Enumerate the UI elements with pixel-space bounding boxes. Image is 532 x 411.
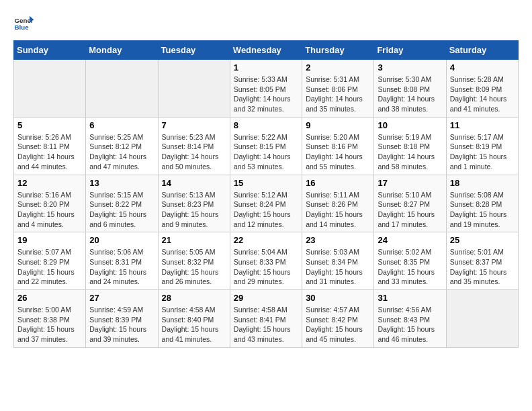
day-info: Sunrise: 5:28 AM Sunset: 8:09 PM Dayligh… bbox=[450, 75, 515, 114]
day-number: 15 bbox=[234, 178, 298, 188]
day-info: Sunrise: 5:25 AM Sunset: 8:12 PM Dayligh… bbox=[89, 132, 154, 172]
day-number: 19 bbox=[17, 235, 82, 245]
day-info: Sunrise: 5:01 AM Sunset: 8:37 PM Dayligh… bbox=[450, 247, 515, 287]
calendar-cell: 28Sunrise: 4:58 AM Sunset: 8:40 PM Dayli… bbox=[158, 290, 230, 348]
day-number: 28 bbox=[162, 293, 226, 303]
day-info: Sunrise: 5:11 AM Sunset: 8:26 PM Dayligh… bbox=[306, 190, 370, 230]
day-number: 13 bbox=[89, 178, 154, 188]
col-header-monday: Monday bbox=[86, 41, 158, 60]
day-number: 8 bbox=[234, 120, 298, 130]
day-info: Sunrise: 5:23 AM Sunset: 8:14 PM Dayligh… bbox=[162, 132, 226, 172]
day-info: Sunrise: 5:15 AM Sunset: 8:22 PM Dayligh… bbox=[89, 190, 154, 230]
day-number: 27 bbox=[89, 293, 154, 303]
day-info: Sunrise: 5:08 AM Sunset: 8:28 PM Dayligh… bbox=[450, 190, 515, 230]
week-row-3: 12Sunrise: 5:16 AM Sunset: 8:20 PM Dayli… bbox=[14, 175, 519, 232]
day-number: 5 bbox=[17, 120, 82, 130]
day-number: 23 bbox=[306, 235, 370, 245]
calendar-cell: 25Sunrise: 5:01 AM Sunset: 8:37 PM Dayli… bbox=[446, 232, 518, 290]
calendar-cell: 12Sunrise: 5:16 AM Sunset: 8:20 PM Dayli… bbox=[14, 175, 86, 232]
week-row-5: 26Sunrise: 5:00 AM Sunset: 8:38 PM Dayli… bbox=[14, 290, 519, 348]
calendar-cell bbox=[158, 60, 230, 118]
calendar-cell: 3Sunrise: 5:30 AM Sunset: 8:08 PM Daylig… bbox=[374, 60, 446, 118]
calendar-cell: 31Sunrise: 4:56 AM Sunset: 8:43 PM Dayli… bbox=[374, 290, 446, 348]
day-number: 2 bbox=[306, 62, 370, 73]
col-header-thursday: Thursday bbox=[302, 41, 374, 60]
day-number: 10 bbox=[378, 120, 442, 130]
day-info: Sunrise: 5:20 AM Sunset: 8:16 PM Dayligh… bbox=[306, 132, 370, 172]
day-info: Sunrise: 5:13 AM Sunset: 8:23 PM Dayligh… bbox=[162, 190, 226, 230]
day-number: 25 bbox=[450, 235, 515, 245]
calendar-cell: 26Sunrise: 5:00 AM Sunset: 8:38 PM Dayli… bbox=[14, 290, 86, 348]
day-info: Sunrise: 5:06 AM Sunset: 8:31 PM Dayligh… bbox=[89, 247, 154, 287]
calendar-cell: 5Sunrise: 5:26 AM Sunset: 8:11 PM Daylig… bbox=[14, 117, 86, 175]
calendar-cell: 7Sunrise: 5:23 AM Sunset: 8:14 PM Daylig… bbox=[158, 117, 230, 175]
day-info: Sunrise: 5:19 AM Sunset: 8:18 PM Dayligh… bbox=[378, 132, 442, 172]
day-info: Sunrise: 4:59 AM Sunset: 8:39 PM Dayligh… bbox=[89, 305, 154, 345]
header: General Blue bbox=[13, 13, 519, 34]
day-info: Sunrise: 4:58 AM Sunset: 8:41 PM Dayligh… bbox=[234, 305, 298, 345]
day-info: Sunrise: 5:00 AM Sunset: 8:38 PM Dayligh… bbox=[17, 305, 82, 345]
day-number: 16 bbox=[306, 178, 370, 188]
day-number: 4 bbox=[450, 62, 515, 73]
calendar-cell: 14Sunrise: 5:13 AM Sunset: 8:23 PM Dayli… bbox=[158, 175, 230, 232]
calendar-cell: 9Sunrise: 5:20 AM Sunset: 8:16 PM Daylig… bbox=[302, 117, 374, 175]
calendar-cell: 8Sunrise: 5:22 AM Sunset: 8:15 PM Daylig… bbox=[230, 117, 302, 175]
day-info: Sunrise: 5:17 AM Sunset: 8:19 PM Dayligh… bbox=[450, 132, 515, 172]
day-info: Sunrise: 5:12 AM Sunset: 8:24 PM Dayligh… bbox=[234, 190, 298, 230]
col-header-tuesday: Tuesday bbox=[158, 41, 230, 60]
day-number: 12 bbox=[17, 178, 82, 188]
day-info: Sunrise: 5:04 AM Sunset: 8:33 PM Dayligh… bbox=[234, 247, 298, 287]
day-number: 26 bbox=[17, 293, 82, 303]
day-info: Sunrise: 5:03 AM Sunset: 8:34 PM Dayligh… bbox=[306, 247, 370, 287]
day-number: 1 bbox=[234, 62, 298, 73]
week-row-4: 19Sunrise: 5:07 AM Sunset: 8:29 PM Dayli… bbox=[14, 232, 519, 290]
calendar-cell: 10Sunrise: 5:19 AM Sunset: 8:18 PM Dayli… bbox=[374, 117, 446, 175]
col-header-sunday: Sunday bbox=[14, 41, 86, 60]
calendar-cell: 30Sunrise: 4:57 AM Sunset: 8:42 PM Dayli… bbox=[302, 290, 374, 348]
calendar-cell: 11Sunrise: 5:17 AM Sunset: 8:19 PM Dayli… bbox=[446, 117, 518, 175]
svg-text:Blue: Blue bbox=[15, 24, 30, 31]
calendar-table: SundayMondayTuesdayWednesdayThursdayFrid… bbox=[13, 40, 519, 348]
day-info: Sunrise: 4:56 AM Sunset: 8:43 PM Dayligh… bbox=[378, 305, 442, 345]
week-row-2: 5Sunrise: 5:26 AM Sunset: 8:11 PM Daylig… bbox=[14, 117, 519, 175]
day-number: 31 bbox=[378, 293, 442, 303]
day-number: 18 bbox=[450, 178, 515, 188]
day-info: Sunrise: 4:57 AM Sunset: 8:42 PM Dayligh… bbox=[306, 305, 370, 345]
day-number: 3 bbox=[378, 62, 442, 73]
calendar-cell: 13Sunrise: 5:15 AM Sunset: 8:22 PM Dayli… bbox=[86, 175, 158, 232]
day-info: Sunrise: 5:31 AM Sunset: 8:06 PM Dayligh… bbox=[306, 75, 370, 114]
day-info: Sunrise: 5:30 AM Sunset: 8:08 PM Dayligh… bbox=[378, 75, 442, 114]
day-number: 6 bbox=[89, 120, 154, 130]
day-info: Sunrise: 4:58 AM Sunset: 8:40 PM Dayligh… bbox=[162, 305, 226, 345]
day-info: Sunrise: 5:02 AM Sunset: 8:35 PM Dayligh… bbox=[378, 247, 442, 287]
day-number: 14 bbox=[162, 178, 226, 188]
day-number: 20 bbox=[89, 235, 154, 245]
logo-icon: General Blue bbox=[13, 13, 34, 34]
day-info: Sunrise: 5:16 AM Sunset: 8:20 PM Dayligh… bbox=[17, 190, 82, 230]
day-info: Sunrise: 5:26 AM Sunset: 8:11 PM Dayligh… bbox=[17, 132, 82, 172]
calendar-cell: 27Sunrise: 4:59 AM Sunset: 8:39 PM Dayli… bbox=[86, 290, 158, 348]
calendar-cell bbox=[446, 290, 518, 348]
col-header-friday: Friday bbox=[374, 41, 446, 60]
calendar-cell: 4Sunrise: 5:28 AM Sunset: 8:09 PM Daylig… bbox=[446, 60, 518, 118]
calendar-cell: 20Sunrise: 5:06 AM Sunset: 8:31 PM Dayli… bbox=[86, 232, 158, 290]
day-number: 21 bbox=[162, 235, 226, 245]
calendar-cell: 18Sunrise: 5:08 AM Sunset: 8:28 PM Dayli… bbox=[446, 175, 518, 232]
day-number: 9 bbox=[306, 120, 370, 130]
day-number: 11 bbox=[450, 120, 515, 130]
calendar-cell: 24Sunrise: 5:02 AM Sunset: 8:35 PM Dayli… bbox=[374, 232, 446, 290]
day-info: Sunrise: 5:07 AM Sunset: 8:29 PM Dayligh… bbox=[17, 247, 82, 287]
calendar-cell: 15Sunrise: 5:12 AM Sunset: 8:24 PM Dayli… bbox=[230, 175, 302, 232]
calendar-cell: 6Sunrise: 5:25 AM Sunset: 8:12 PM Daylig… bbox=[86, 117, 158, 175]
calendar-cell: 21Sunrise: 5:05 AM Sunset: 8:32 PM Dayli… bbox=[158, 232, 230, 290]
calendar-cell: 1Sunrise: 5:33 AM Sunset: 8:05 PM Daylig… bbox=[230, 60, 302, 118]
day-number: 22 bbox=[234, 235, 298, 245]
calendar-cell: 29Sunrise: 4:58 AM Sunset: 8:41 PM Dayli… bbox=[230, 290, 302, 348]
calendar-cell: 22Sunrise: 5:04 AM Sunset: 8:33 PM Dayli… bbox=[230, 232, 302, 290]
day-info: Sunrise: 5:10 AM Sunset: 8:27 PM Dayligh… bbox=[378, 190, 442, 230]
week-row-1: 1Sunrise: 5:33 AM Sunset: 8:05 PM Daylig… bbox=[14, 60, 519, 118]
day-info: Sunrise: 5:33 AM Sunset: 8:05 PM Dayligh… bbox=[234, 75, 298, 114]
day-number: 24 bbox=[378, 235, 442, 245]
header-row: SundayMondayTuesdayWednesdayThursdayFrid… bbox=[14, 41, 519, 60]
calendar-cell: 19Sunrise: 5:07 AM Sunset: 8:29 PM Dayli… bbox=[14, 232, 86, 290]
